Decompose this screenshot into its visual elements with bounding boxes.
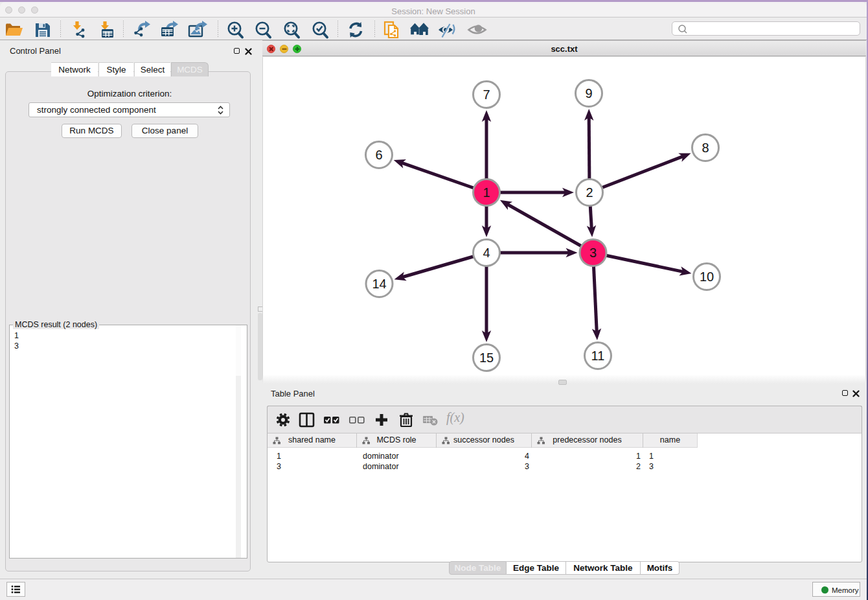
svg-text:7: 7 bbox=[483, 87, 490, 102]
svg-text:3: 3 bbox=[589, 246, 597, 260]
svg-text:2: 2 bbox=[586, 185, 593, 200]
svg-text:9: 9 bbox=[585, 86, 592, 100]
svg-text:8: 8 bbox=[702, 141, 709, 155]
svg-text:4: 4 bbox=[483, 246, 490, 260]
svg-text:11: 11 bbox=[591, 349, 605, 363]
svg-text:15: 15 bbox=[479, 351, 494, 365]
svg-text:1: 1 bbox=[483, 185, 490, 200]
svg-text:10: 10 bbox=[700, 270, 714, 284]
svg-text:6: 6 bbox=[375, 148, 382, 162]
svg-text:14: 14 bbox=[372, 277, 386, 291]
